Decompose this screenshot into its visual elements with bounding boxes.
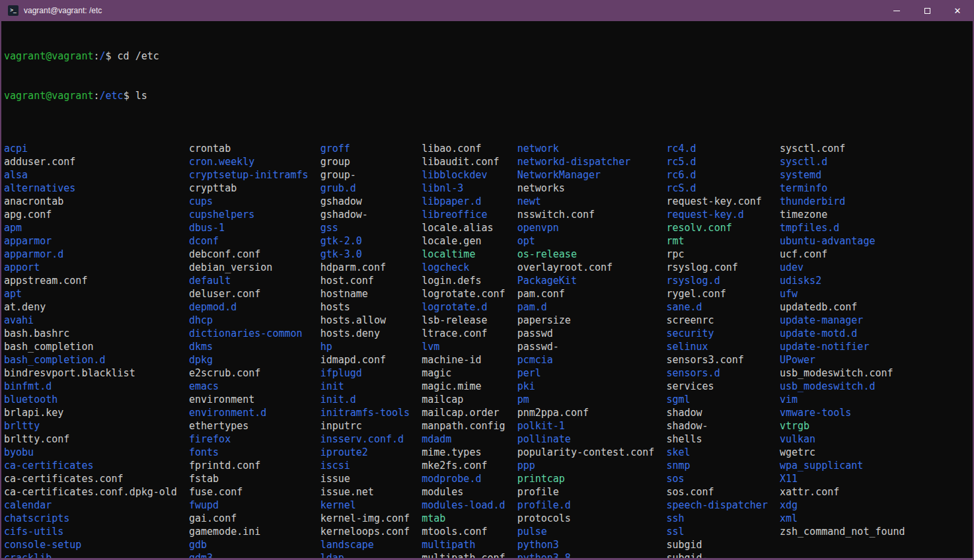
fs-entry-directory: apport <box>4 261 189 274</box>
fs-entry-directory: systemd <box>780 168 905 182</box>
fs-entry-directory: xdg <box>780 499 905 512</box>
fs-entry-directory: cryptsetup-initramfs <box>189 168 320 182</box>
fs-entry-directory: fonts <box>189 446 320 459</box>
fs-entry-directory: ssh <box>666 512 780 525</box>
terminal-screen[interactable]: vagrant@vagrant:/$ cd /etc vagrant@vagra… <box>1 21 973 558</box>
fs-entry-directory: sensors.d <box>666 367 780 380</box>
fs-entry-file: pnm2ppa.conf <box>517 406 667 419</box>
fs-entry-file: mke2fs.conf <box>422 459 517 472</box>
fs-entry-file: anacrontab <box>4 195 189 208</box>
fs-entry-directory: lvm <box>422 340 517 353</box>
fs-entry-file: appstream.conf <box>4 274 189 287</box>
prompt-line-1: vagrant@vagrant:/$ cd /etc <box>4 50 973 63</box>
fs-entry-symlink: mtab <box>422 512 517 525</box>
fs-entry-file: environment <box>189 393 320 406</box>
prompt-line-2: vagrant@vagrant:/etc$ ls <box>4 89 973 102</box>
fs-entry-file: bash.bashrc <box>4 327 189 340</box>
fs-entry-file: hostname <box>320 287 422 300</box>
fs-entry-file: rygel.conf <box>666 287 780 300</box>
fs-entry-file: hdparm.conf <box>320 261 422 274</box>
fs-entry-directory: alternatives <box>4 182 189 195</box>
fs-entry-directory: rc4.d <box>666 142 780 155</box>
fs-entry-directory: avahi <box>4 314 189 327</box>
fs-entry-directory: fwupd <box>189 499 320 512</box>
fs-entry-directory: ufw <box>780 287 905 300</box>
fs-entry-directory: udev <box>780 261 905 274</box>
fs-entry-directory: X11 <box>780 472 905 485</box>
fs-entry-symlink: localtime <box>422 248 517 261</box>
fs-entry-directory: wpa_supplicant <box>780 459 905 472</box>
fs-entry-directory: acpi <box>4 142 189 155</box>
fs-entry-file: group- <box>320 168 422 182</box>
fs-entry-directory: apm <box>4 221 189 234</box>
fs-entry-directory: cifs-utils <box>4 525 189 538</box>
fs-entry-file: adduser.conf <box>4 155 189 168</box>
fs-entry-directory: logcheck <box>422 261 517 274</box>
fs-entry-file: e2scrub.conf <box>189 367 320 380</box>
window-controls: ✕ <box>881 0 973 21</box>
fs-entry-directory: newt <box>517 195 667 208</box>
fs-entry-file: sos.conf <box>666 485 780 499</box>
fs-entry-directory: gtk-2.0 <box>320 234 422 248</box>
fs-entry-file: magic.mime <box>422 380 517 393</box>
fs-entry-directory: default <box>189 274 320 287</box>
fs-entry-file: hosts.deny <box>320 327 422 340</box>
fs-entry-directory: sos <box>666 472 780 485</box>
fs-entry-file: pam.conf <box>517 287 667 300</box>
fs-entry-file: magic <box>422 367 517 380</box>
fs-entry-directory: snmp <box>666 459 780 472</box>
minimize-button[interactable] <box>881 0 912 21</box>
fs-entry-directory: byobu <box>4 446 189 459</box>
titlebar[interactable]: >_ vagrant@vagrant: /etc ✕ <box>1 0 973 21</box>
fs-entry-directory: UPower <box>780 353 905 367</box>
fs-entry-file: idmapd.conf <box>320 353 422 367</box>
close-button[interactable]: ✕ <box>942 0 973 21</box>
fs-entry-file: crontab <box>189 142 320 155</box>
fs-entry-file: ltrace.conf <box>422 327 517 340</box>
fs-entry-file: gshadow <box>320 195 422 208</box>
fs-entry-file: issue <box>320 472 422 485</box>
fs-entry-file: updatedb.conf <box>780 300 905 314</box>
fs-entry-directory: modules-load.d <box>422 499 517 512</box>
fs-entry-directory: libnl-3 <box>422 182 517 195</box>
fs-entry-directory: groff <box>320 142 422 155</box>
ls-column-5: networknetworkd-dispatcherNetworkManager… <box>517 142 667 558</box>
fs-entry-file: hosts <box>320 300 422 314</box>
fs-entry-directory: init.d <box>320 393 422 406</box>
fs-entry-file: networks <box>517 182 667 195</box>
fs-entry-directory: bash_completion.d <box>4 353 189 367</box>
fs-entry-directory: dpkg <box>189 353 320 367</box>
fs-entry-directory: update-motd.d <box>780 327 905 340</box>
fs-entry-directory: libreoffice <box>422 208 517 221</box>
maximize-button[interactable] <box>912 0 942 21</box>
fs-entry-directory: python3 <box>517 538 667 551</box>
fs-entry-directory: binfmt.d <box>4 380 189 393</box>
fs-entry-directory: NetworkManager <box>517 168 667 182</box>
fs-entry-file: screenrc <box>666 314 780 327</box>
fs-entry-file: mime.types <box>422 446 517 459</box>
fs-entry-directory: udisks2 <box>780 274 905 287</box>
fs-entry-symlink: os-release <box>517 248 667 261</box>
fs-entry-directory: initramfs-tools <box>320 406 422 419</box>
fs-entry-file: popularity-contest.conf <box>517 446 667 459</box>
fs-entry-directory: apparmor <box>4 234 189 248</box>
fs-entry-file: overlayroot.conf <box>517 261 667 274</box>
fs-entry-directory: dhcp <box>189 314 320 327</box>
fs-entry-file: inputrc <box>320 419 422 433</box>
fs-entry-directory: console-setup <box>4 538 189 551</box>
fs-entry-directory: networkd-dispatcher <box>517 155 667 168</box>
fs-entry-directory: thunderbird <box>780 195 905 208</box>
fs-entry-directory: brltty <box>4 419 189 433</box>
minimize-icon <box>893 11 900 11</box>
fs-entry-directory: gtk-3.0 <box>320 248 422 261</box>
fs-entry-file: deluser.conf <box>189 287 320 300</box>
fs-entry-file: gshadow- <box>320 208 422 221</box>
fs-entry-directory: terminfo <box>780 182 905 195</box>
fs-entry-file: shells <box>666 433 780 446</box>
fs-entry-file: issue.net <box>320 485 422 499</box>
fs-entry-directory: chatscripts <box>4 512 189 525</box>
fs-entry-directory: landscape <box>320 538 422 551</box>
fs-entry-directory: PackageKit <box>517 274 667 287</box>
fs-entry-file: request-key.conf <box>666 195 780 208</box>
terminal-window: >_ vagrant@vagrant: /etc ✕ vagrant@vagra… <box>0 0 974 560</box>
